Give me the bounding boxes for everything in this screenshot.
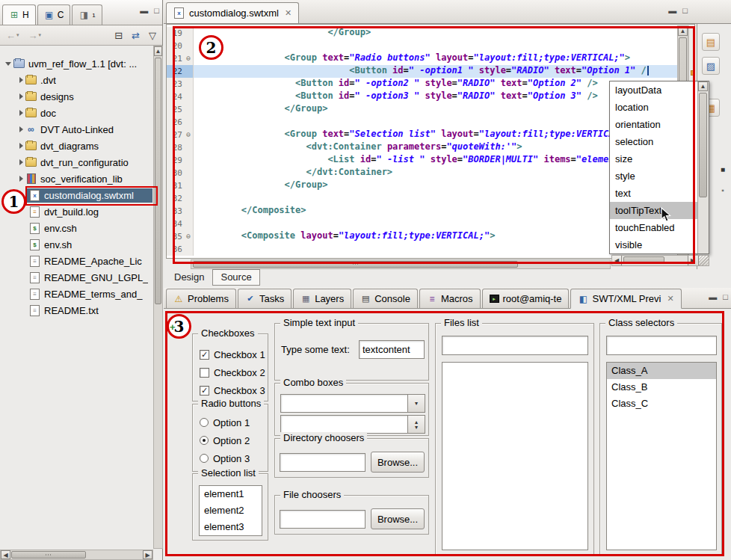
combo-box-2[interactable]: ▴▾ (280, 415, 425, 434)
code-line[interactable]: 21⊖ <Group text="Radio buttons" layout="… (167, 52, 694, 65)
view-tab-compile[interactable]: C (37, 4, 71, 25)
tree-item[interactable]: README.txt (0, 302, 152, 319)
tab-tasks[interactable]: Tasks (238, 289, 292, 308)
editor-tab-customdialog[interactable]: customdialog.swtxml ✕ (166, 2, 299, 23)
maximize-icon[interactable]: □ (723, 292, 728, 301)
radio-unselected-icon[interactable] (200, 418, 209, 427)
line-number-gutter[interactable]: 32 (167, 192, 194, 205)
view-menu-icon[interactable]: ▽ (149, 30, 156, 41)
file-input[interactable] (280, 510, 366, 529)
popup-vscrollbar[interactable]: ▲ (697, 81, 709, 253)
line-number-gutter[interactable]: 20 (167, 40, 194, 52)
text-input[interactable] (359, 340, 425, 359)
line-number-gutter[interactable]: 29 (167, 154, 194, 167)
chevron-down-icon[interactable]: ▾ (407, 395, 425, 412)
checkbox-unchecked-icon[interactable] (200, 368, 209, 378)
overview-marker[interactable] (691, 70, 695, 76)
line-number-gutter[interactable]: 24 (167, 90, 194, 103)
code-line[interactable]: 19 </Group> (167, 27, 694, 40)
files-filter-input[interactable] (442, 336, 588, 355)
completion-item[interactable]: layoutData (610, 81, 697, 99)
view-tab-window[interactable]: 1 (72, 4, 102, 25)
line-number-gutter[interactable]: 28 (167, 141, 194, 154)
forward-icon[interactable]: →▾ (28, 30, 42, 41)
scroll-up-icon[interactable]: ▲ (678, 26, 688, 36)
resize-grip[interactable] (698, 256, 709, 265)
tree-item[interactable]: env.csh (0, 220, 152, 236)
list-item[interactable]: Class_B (607, 379, 716, 396)
scroll-up-icon[interactable]: ▲ (154, 46, 162, 56)
radio-unselected-icon[interactable] (200, 454, 209, 463)
minimize-icon[interactable]: ▬ (709, 292, 717, 301)
line-number-gutter[interactable]: 31 (167, 179, 194, 192)
tab-macros[interactable]: Macros (419, 289, 481, 308)
scroll-thumb[interactable] (699, 93, 707, 197)
tree-item[interactable]: README_terms_and_ (0, 286, 152, 302)
view-tab-hierarchy[interactable]: H (2, 4, 36, 25)
tab-swt-xml-previ[interactable]: SWT/XML Previ✕ (570, 289, 681, 309)
line-number-gutter[interactable]: 30 (167, 167, 194, 179)
files-list[interactable] (442, 362, 588, 550)
radio-row[interactable]: Option 1 (200, 415, 250, 430)
checkbox-checked-icon[interactable]: ✓ (200, 350, 209, 360)
collapse-all-icon[interactable]: ⊟ (114, 30, 123, 41)
checkbox-row[interactable]: ✓ Checkbox 3 (200, 383, 265, 398)
tree-hscrollbar[interactable]: ◀ ▶ (0, 550, 153, 560)
tree-item[interactable]: soc_verification_lib (0, 170, 152, 187)
combo-box-1[interactable]: ▾ (280, 394, 425, 413)
fast-view-icon-2[interactable]: ▨ (702, 57, 720, 75)
tab-source[interactable]: Source (212, 269, 259, 286)
completion-item[interactable]: style (610, 167, 697, 185)
selection-list[interactable]: element1 element2 element3 (199, 485, 262, 536)
close-icon[interactable]: ✕ (667, 294, 673, 304)
tab-layers[interactable]: Layers (293, 289, 351, 308)
line-number-gutter[interactable]: 36 (167, 243, 194, 256)
close-icon[interactable]: ✕ (285, 8, 292, 18)
line-number-gutter[interactable]: 34 (167, 218, 194, 230)
link-with-editor-icon[interactable]: ⇄ (132, 30, 140, 41)
completion-item[interactable]: size (610, 150, 697, 167)
line-number-gutter[interactable]: 26 (167, 116, 194, 129)
completion-item[interactable]: touchEnabled (610, 219, 697, 236)
class-filter-input[interactable] (606, 336, 717, 355)
tree-item[interactable]: dvt_diagrams (0, 138, 152, 154)
checkbox-row[interactable]: Checkbox 2 (200, 365, 265, 380)
editor-hscrollbar[interactable] (191, 259, 611, 269)
tree-expanded-arrow-icon[interactable] (5, 62, 11, 66)
scroll-thumb[interactable] (623, 256, 664, 264)
radio-row[interactable]: Option 3 (200, 451, 250, 466)
scroll-thumb[interactable] (155, 58, 161, 304)
tab-problems[interactable]: Problems (166, 289, 236, 308)
line-number-gutter[interactable]: 21⊖ (167, 52, 194, 65)
line-number-gutter[interactable]: 19 (167, 27, 194, 40)
scroll-thumb[interactable] (193, 261, 518, 268)
tree-item[interactable]: .dvt (0, 72, 152, 88)
list-item[interactable]: element3 (200, 519, 262, 535)
scroll-right-icon[interactable]: ▶ (143, 550, 152, 559)
line-number-gutter[interactable]: 35⊖ (167, 230, 194, 243)
tree-item[interactable]: designs (0, 88, 152, 105)
restore-view-icon[interactable]: ■ (717, 163, 729, 175)
line-number-gutter[interactable]: 22 (167, 65, 194, 78)
scroll-right-icon[interactable]: ▶ (688, 256, 697, 265)
fast-view-icon-1[interactable]: ▤ (702, 33, 720, 51)
checkbox-checked-icon[interactable]: ✓ (200, 386, 209, 396)
list-item[interactable]: Class_A (607, 363, 716, 379)
code-line[interactable]: 20 (167, 40, 694, 52)
popup-hscrollbar[interactable]: ◀ ▶ (611, 255, 709, 266)
tree-item[interactable]: README_GNU_LGPL_ (0, 269, 152, 286)
list-item[interactable]: element1 (200, 486, 262, 502)
radio-row[interactable]: Option 2 (200, 433, 250, 448)
minimize-icon[interactable]: ▬ (668, 6, 676, 15)
line-number-gutter[interactable]: 25 (167, 103, 194, 116)
completion-item[interactable]: location (610, 99, 697, 116)
fold-collapse-icon[interactable]: ⊖ (184, 129, 193, 141)
tree-item[interactable]: README_Apache_Lic (0, 253, 152, 269)
minimize-icon[interactable]: ▬ (140, 6, 148, 15)
list-item[interactable]: element2 (200, 502, 262, 519)
tree-item[interactable]: doc (0, 105, 152, 121)
tab-root-amiq-te[interactable]: root@amiq-te (482, 289, 570, 308)
browse-file-button[interactable]: Browse... (371, 508, 425, 529)
tree-item[interactable]: env.sh (0, 236, 152, 253)
checkbox-row[interactable]: ✓ Checkbox 1 (200, 347, 265, 362)
